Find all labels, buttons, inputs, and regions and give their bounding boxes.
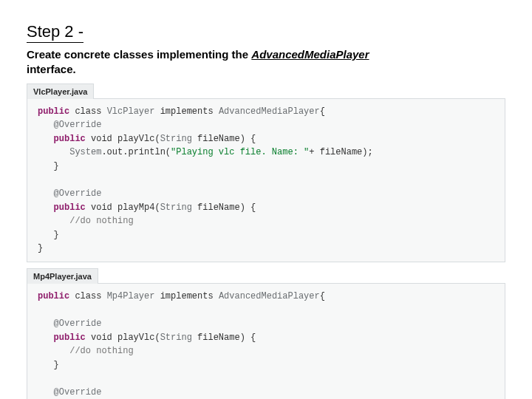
step-title: Step 2 - — [27, 22, 83, 43]
code-token: @Override — [38, 120, 101, 130]
step-desc-pre: Create concrete classes implementing the — [27, 48, 251, 61]
step-desc-post: interface. — [27, 63, 76, 75]
code-token: fileName) { — [192, 134, 256, 144]
code-token: AdvancedMediaPlayer — [219, 106, 320, 117]
code-token: } — [38, 243, 43, 253]
code-token: void playVlc( — [86, 134, 160, 144]
code-token: String — [160, 134, 192, 144]
code-token: String — [160, 332, 192, 343]
code-token: @Override — [38, 387, 101, 398]
code-token: } — [38, 230, 59, 240]
code-token: public — [38, 332, 86, 343]
file-block-vlcplayer: VlcPlayer.java public class VlcPlayer im… — [27, 83, 505, 263]
file-block-mp4player: Mp4Player.java public class Mp4Player im… — [27, 268, 505, 399]
code-token: Mp4Player — [107, 291, 155, 301]
code-token: implements — [154, 291, 218, 301]
code-token: { — [320, 291, 325, 301]
code-token: void playVlc( — [86, 332, 160, 343]
code-token: "Playing vlc file. Name: " — [171, 147, 309, 157]
code-token: VlcPlayer — [107, 106, 155, 117]
code-token: String — [160, 202, 192, 213]
code-token: + fileName); — [309, 147, 372, 157]
code-token: void playMp4( — [86, 202, 160, 213]
step-desc-link: AdvancedMediaPlayer — [251, 48, 369, 61]
page: Step 2 - Create concrete classes impleme… — [0, 0, 532, 399]
code-token: //do nothing — [38, 216, 134, 226]
code-box: public class VlcPlayer implements Advanc… — [27, 98, 505, 263]
file-header: Mp4Player.java — [27, 268, 98, 284]
code-token: @Override — [38, 188, 101, 199]
code-token: @Override — [38, 318, 101, 329]
code-token: //do nothing — [38, 346, 134, 356]
code-token: class — [69, 291, 106, 301]
code-token: public — [38, 291, 69, 301]
code-token: public — [38, 134, 86, 144]
file-header: VlcPlayer.java — [27, 83, 94, 99]
code-token: } — [38, 161, 59, 171]
code-token: .out.println( — [101, 147, 171, 157]
code-token: } — [38, 360, 59, 370]
code-token: { — [320, 106, 325, 117]
code-token: fileName) { — [192, 202, 256, 213]
code-token: AdvancedMediaPlayer — [219, 291, 320, 301]
code-token: fileName) { — [192, 332, 256, 343]
code-token: System — [38, 147, 101, 157]
step-description: Create concrete classes implementing the… — [27, 47, 411, 78]
code-token: public — [38, 202, 86, 213]
code-box: public class Mp4Player implements Advanc… — [27, 283, 505, 399]
code-token: public — [38, 106, 69, 117]
code-token: implements — [154, 106, 218, 117]
code-token: class — [69, 106, 106, 117]
